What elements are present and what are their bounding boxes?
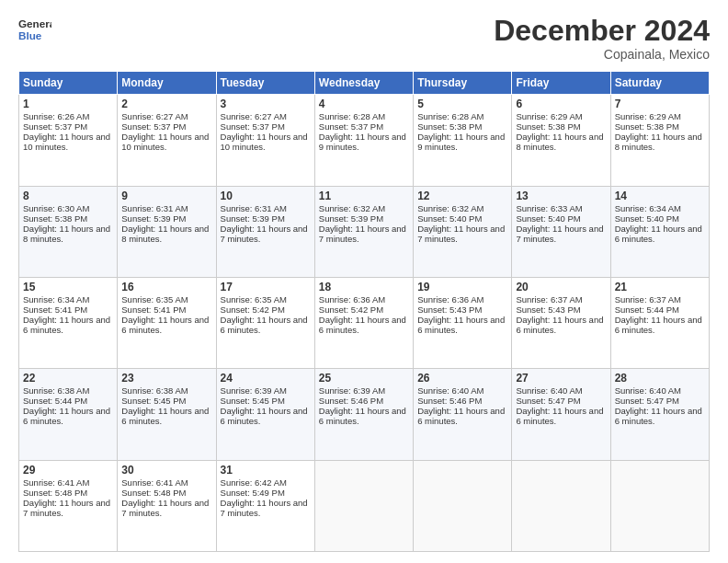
- calendar-cell: 22 Sunrise: 6:38 AM Sunset: 5:44 PM Dayl…: [19, 369, 118, 460]
- day-number: 12: [417, 190, 507, 202]
- day-number: 11: [319, 190, 409, 202]
- calendar-cell: 24 Sunrise: 6:39 AM Sunset: 5:45 PM Dayl…: [216, 369, 314, 460]
- daylight-label: Daylight: 11 hours and 6 minutes.: [615, 224, 702, 244]
- calendar-table: SundayMondayTuesdayWednesdayThursdayFrid…: [18, 71, 710, 552]
- day-number: 30: [121, 464, 211, 477]
- day-number: 28: [615, 372, 705, 385]
- page: General Blue December 2024 Copainala, Me…: [0, 0, 728, 563]
- svg-text:Blue: Blue: [18, 29, 42, 41]
- sunrise-label: Sunrise: 6:38 AM: [23, 385, 89, 396]
- daylight-label: Daylight: 11 hours and 6 minutes.: [121, 406, 209, 426]
- sunrise-label: Sunrise: 6:37 AM: [516, 294, 582, 304]
- daylight-label: Daylight: 11 hours and 7 minutes.: [319, 224, 406, 244]
- day-number: 17: [221, 281, 311, 293]
- sunrise-label: Sunrise: 6:26 AM: [23, 111, 89, 121]
- calendar-cell: 4 Sunrise: 6:28 AM Sunset: 5:37 PM Dayli…: [314, 95, 413, 186]
- col-header-saturday: Saturday: [610, 72, 709, 95]
- col-header-wednesday: Wednesday: [314, 72, 413, 95]
- sunrise-label: Sunrise: 6:35 AM: [121, 294, 188, 304]
- sunset-label: Sunset: 5:43 PM: [417, 304, 482, 315]
- daylight-label: Daylight: 11 hours and 6 minutes.: [516, 315, 603, 335]
- day-number: 25: [319, 372, 409, 385]
- sunrise-label: Sunrise: 6:34 AM: [615, 203, 681, 213]
- day-number: 16: [121, 281, 211, 293]
- calendar-cell: 28 Sunrise: 6:40 AM Sunset: 5:47 PM Dayl…: [610, 369, 709, 460]
- sunrise-label: Sunrise: 6:35 AM: [221, 294, 287, 304]
- daylight-label: Daylight: 11 hours and 7 minutes.: [221, 224, 308, 244]
- daylight-label: Daylight: 11 hours and 7 minutes.: [516, 224, 603, 244]
- sunrise-label: Sunrise: 6:40 AM: [417, 385, 483, 396]
- col-header-friday: Friday: [512, 72, 610, 95]
- daylight-label: Daylight: 11 hours and 9 minutes.: [417, 132, 505, 152]
- day-number: 18: [319, 281, 409, 293]
- daylight-label: Daylight: 11 hours and 6 minutes.: [221, 406, 308, 426]
- sunrise-label: Sunrise: 6:30 AM: [23, 203, 89, 213]
- day-number: 26: [417, 372, 507, 385]
- calendar-cell: 26 Sunrise: 6:40 AM Sunset: 5:46 PM Dayl…: [414, 369, 512, 460]
- daylight-label: Daylight: 11 hours and 8 minutes.: [121, 224, 209, 244]
- calendar-cell: 11 Sunrise: 6:32 AM Sunset: 5:39 PM Dayl…: [314, 186, 413, 277]
- calendar-cell: 30 Sunrise: 6:41 AM Sunset: 5:48 PM Dayl…: [118, 460, 216, 551]
- month-title: December 2024: [494, 15, 710, 47]
- sunrise-label: Sunrise: 6:37 AM: [615, 294, 681, 304]
- daylight-label: Daylight: 11 hours and 6 minutes.: [615, 406, 702, 426]
- sunset-label: Sunset: 5:37 PM: [121, 121, 186, 132]
- sunrise-label: Sunrise: 6:31 AM: [121, 203, 188, 213]
- daylight-label: Daylight: 11 hours and 6 minutes.: [23, 315, 110, 335]
- day-number: 7: [615, 98, 705, 110]
- logo: General Blue: [18, 15, 51, 48]
- daylight-label: Daylight: 11 hours and 9 minutes.: [319, 132, 406, 152]
- day-number: 24: [221, 372, 311, 385]
- daylight-label: Daylight: 11 hours and 6 minutes.: [516, 406, 603, 426]
- day-number: 20: [516, 281, 606, 293]
- calendar-cell: 5 Sunrise: 6:28 AM Sunset: 5:38 PM Dayli…: [414, 95, 512, 186]
- sunset-label: Sunset: 5:45 PM: [121, 396, 186, 406]
- calendar-cell: [512, 460, 610, 551]
- day-number: 9: [121, 190, 211, 202]
- day-number: 2: [121, 98, 211, 110]
- sunrise-label: Sunrise: 6:28 AM: [319, 111, 385, 121]
- sunrise-label: Sunrise: 6:41 AM: [23, 477, 89, 488]
- sunset-label: Sunset: 5:42 PM: [319, 304, 383, 315]
- sunset-label: Sunset: 5:39 PM: [121, 213, 186, 224]
- day-number: 13: [516, 190, 606, 202]
- day-number: 4: [319, 98, 409, 110]
- sunset-label: Sunset: 5:37 PM: [221, 121, 285, 132]
- calendar-cell: 15 Sunrise: 6:34 AM Sunset: 5:41 PM Dayl…: [19, 277, 118, 368]
- sunrise-label: Sunrise: 6:29 AM: [615, 111, 681, 121]
- day-number: 15: [23, 281, 113, 293]
- sunset-label: Sunset: 5:37 PM: [319, 121, 383, 132]
- daylight-label: Daylight: 11 hours and 6 minutes.: [319, 406, 406, 426]
- sunset-label: Sunset: 5:40 PM: [615, 213, 679, 224]
- calendar-cell: 23 Sunrise: 6:38 AM Sunset: 5:45 PM Dayl…: [118, 369, 216, 460]
- calendar-cell: 25 Sunrise: 6:39 AM Sunset: 5:46 PM Dayl…: [314, 369, 413, 460]
- sunrise-label: Sunrise: 6:27 AM: [221, 111, 287, 121]
- daylight-label: Daylight: 11 hours and 8 minutes.: [615, 132, 702, 152]
- sunset-label: Sunset: 5:48 PM: [121, 488, 186, 498]
- calendar-cell: 31 Sunrise: 6:42 AM Sunset: 5:49 PM Dayl…: [216, 460, 314, 551]
- sunrise-label: Sunrise: 6:27 AM: [121, 111, 188, 121]
- sunset-label: Sunset: 5:44 PM: [615, 304, 679, 315]
- sunrise-label: Sunrise: 6:36 AM: [417, 294, 483, 304]
- daylight-label: Daylight: 11 hours and 7 minutes.: [221, 498, 308, 518]
- daylight-label: Daylight: 11 hours and 6 minutes.: [417, 406, 505, 426]
- day-number: 31: [221, 464, 311, 477]
- sunrise-label: Sunrise: 6:39 AM: [221, 385, 287, 396]
- calendar-cell: 13 Sunrise: 6:33 AM Sunset: 5:40 PM Dayl…: [512, 186, 610, 277]
- day-number: 23: [121, 372, 211, 385]
- day-number: 1: [23, 98, 113, 110]
- sunrise-label: Sunrise: 6:41 AM: [121, 477, 188, 488]
- calendar-cell: 3 Sunrise: 6:27 AM Sunset: 5:37 PM Dayli…: [216, 95, 314, 186]
- sunrise-label: Sunrise: 6:39 AM: [319, 385, 385, 396]
- calendar-cell: 16 Sunrise: 6:35 AM Sunset: 5:41 PM Dayl…: [118, 277, 216, 368]
- logo-icon: General Blue: [18, 15, 51, 48]
- svg-text:General: General: [18, 17, 51, 29]
- daylight-label: Daylight: 11 hours and 10 minutes.: [23, 132, 110, 152]
- daylight-label: Daylight: 11 hours and 6 minutes.: [319, 315, 406, 335]
- sunrise-label: Sunrise: 6:36 AM: [319, 294, 385, 304]
- sunset-label: Sunset: 5:45 PM: [221, 396, 285, 406]
- day-number: 27: [516, 372, 606, 385]
- sunset-label: Sunset: 5:41 PM: [121, 304, 186, 315]
- col-header-tuesday: Tuesday: [216, 72, 314, 95]
- calendar-cell: [414, 460, 512, 551]
